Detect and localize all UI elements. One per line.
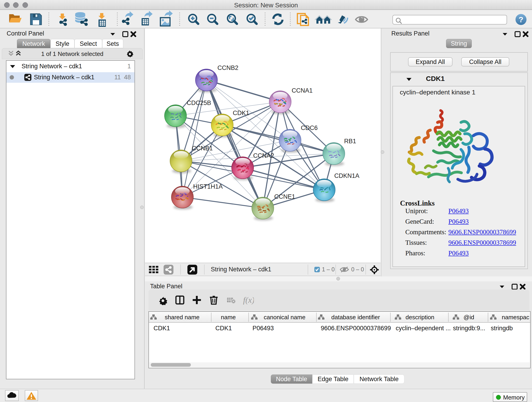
svg-text:CDC25B: CDC25B bbox=[187, 99, 211, 106]
svg-text:CCNA2: CCNA2 bbox=[253, 152, 274, 159]
svg-text:f(x): f(x) bbox=[243, 295, 254, 305]
svg-text:CDKN1A: CDKN1A bbox=[334, 172, 360, 179]
svg-text:RB1: RB1 bbox=[344, 138, 356, 145]
svg-text:CCNB2: CCNB2 bbox=[217, 64, 239, 71]
svg-text:CCNA1: CCNA1 bbox=[292, 87, 313, 94]
svg-text:CCNE1: CCNE1 bbox=[274, 193, 295, 200]
svg-text:CDK1: CDK1 bbox=[233, 109, 249, 116]
svg-text:HIST1H1A: HIST1H1A bbox=[193, 183, 223, 190]
svg-text:CDC6: CDC6 bbox=[301, 124, 318, 131]
svg-text:CCNB1: CCNB1 bbox=[192, 145, 213, 152]
